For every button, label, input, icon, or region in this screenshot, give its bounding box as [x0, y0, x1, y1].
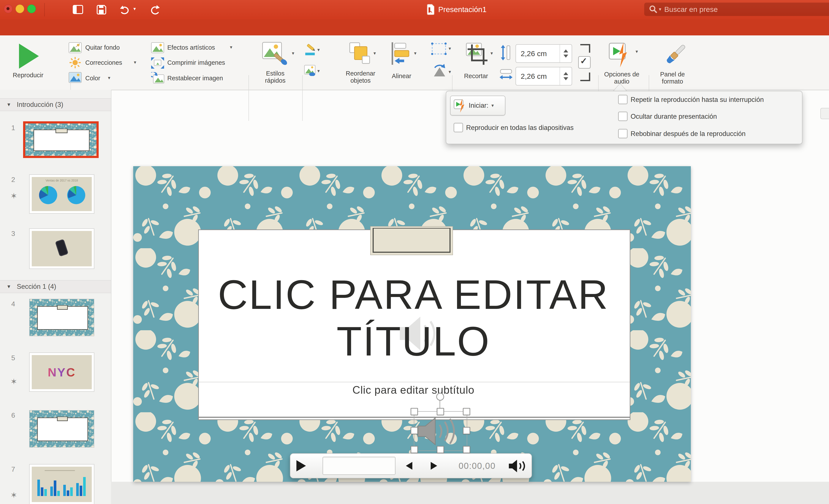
- shape-height-icon[interactable]: [500, 45, 511, 61]
- slide-thumbnail-1[interactable]: [25, 123, 97, 156]
- hide-label[interactable]: Ocultar durante presentación: [630, 113, 717, 120]
- estilos-rapidos-button[interactable]: Estilos rápidos: [256, 70, 295, 84]
- search-scope-caret[interactable]: ▾: [659, 6, 661, 12]
- selection-caret[interactable]: ▾: [448, 46, 451, 51]
- play-icon[interactable]: [19, 44, 39, 69]
- correcciones-icon[interactable]: [69, 57, 81, 69]
- slide-title-text[interactable]: CLIC PARA EDITAR TÍTULO: [216, 256, 611, 380]
- play-all-slides-checkbox[interactable]: [454, 123, 463, 132]
- undo-menu-caret[interactable]: ▾: [134, 6, 136, 12]
- opciones-audio-button[interactable]: Opciones de audio: [601, 71, 642, 85]
- correcciones-caret[interactable]: ▾: [134, 60, 136, 65]
- alinear-button[interactable]: Alinear: [387, 73, 417, 80]
- slide-number: 2: [0, 176, 15, 184]
- border-color-caret[interactable]: ▾: [317, 47, 320, 53]
- reordenar-objetos-icon[interactable]: [349, 42, 371, 64]
- resize-handle-ne[interactable]: [463, 408, 470, 415]
- minimize-window-button[interactable]: [15, 4, 24, 13]
- reordenar-caret[interactable]: ▾: [373, 50, 376, 56]
- slide-thumbnail-3[interactable]: [29, 228, 94, 269]
- right-edge-panel-handle[interactable]: [820, 108, 829, 119]
- loop-label[interactable]: Repetir la reproducción hasta su interru…: [630, 96, 764, 104]
- player-scrubber-track[interactable]: [323, 457, 396, 475]
- panel-formato-icon[interactable]: [662, 41, 688, 67]
- resize-handle-n[interactable]: [437, 408, 444, 415]
- play-all-slides-label[interactable]: Reproducir en todas las diapositivas: [466, 124, 574, 132]
- player-volume-icon[interactable]: [508, 459, 528, 474]
- loop-checkbox[interactable]: [618, 95, 627, 104]
- audio-object-icon[interactable]: [416, 414, 465, 448]
- player-forward-button[interactable]: [431, 462, 437, 470]
- rewind-checkbox[interactable]: [618, 129, 627, 138]
- picture-effects-icon[interactable]: [304, 65, 316, 76]
- resize-handle-sw[interactable]: [410, 446, 418, 453]
- estilos-rapidos-icon[interactable]: [262, 41, 290, 67]
- section-header-seccion-1[interactable]: ▼ Sección 1 (4): [0, 280, 111, 293]
- comprimir-imagenes-button[interactable]: Comprimir imágenes: [167, 59, 225, 66]
- picture-effects-caret[interactable]: ▾: [317, 68, 320, 74]
- zoom-window-button[interactable]: [27, 4, 36, 13]
- efectos-artisticos-button[interactable]: Efectos artísticos: [167, 44, 215, 51]
- restablecer-imagen-icon[interactable]: [151, 72, 165, 84]
- resize-handle-se[interactable]: [463, 446, 470, 453]
- hide-checkbox[interactable]: [618, 112, 627, 121]
- comprimir-imagenes-icon[interactable]: [151, 57, 165, 69]
- section-header-introduccion[interactable]: ▼ Introducción (3): [0, 98, 111, 111]
- shape-height-stepper[interactable]: [560, 45, 572, 62]
- popup-callout-arrow: [613, 84, 627, 92]
- rotate-icon[interactable]: [431, 63, 447, 78]
- iniciar-dropdown[interactable]: Iniciar: ▾: [450, 96, 505, 115]
- color-button[interactable]: Color: [85, 75, 100, 82]
- quitar-fondo-button[interactable]: Quitar fondo: [85, 44, 120, 51]
- slide-thumbnail-7[interactable]: [29, 464, 94, 504]
- shape-height-field[interactable]: 2,26 cm: [515, 44, 572, 63]
- selection-marquee-icon[interactable]: [431, 42, 447, 56]
- quitar-fondo-icon[interactable]: [69, 42, 82, 53]
- correcciones-button[interactable]: Correcciones: [85, 59, 122, 66]
- slide-thumbnail-2[interactable]: Ventas de 2017 vs 2018: [29, 174, 94, 214]
- toggle-ribbon-icon[interactable]: [73, 5, 84, 15]
- alinear-icon[interactable]: [391, 42, 412, 65]
- opciones-audio-caret[interactable]: ▾: [636, 49, 638, 55]
- alinear-caret[interactable]: ▾: [414, 50, 417, 56]
- reproducir-button[interactable]: Reproducir: [2, 72, 54, 79]
- redo-icon[interactable]: [149, 5, 160, 15]
- player-play-button[interactable]: [296, 460, 306, 471]
- search-field[interactable]: ▾ Buscar en prese: [644, 3, 829, 16]
- restablecer-imagen-button[interactable]: Restablecer imagen: [167, 75, 223, 82]
- slide-thumbnail-6[interactable]: [29, 410, 94, 448]
- undo-icon[interactable]: [119, 5, 132, 15]
- close-window-button[interactable]: [4, 4, 12, 13]
- efectos-artisticos-caret[interactable]: ▾: [230, 44, 232, 50]
- player-time: 00:00,00: [450, 461, 504, 471]
- recortar-caret[interactable]: ▾: [491, 50, 493, 56]
- section-collapse-icon[interactable]: ▼: [6, 284, 11, 289]
- panel-formato-button[interactable]: Panel de formato: [652, 71, 693, 85]
- resize-handle-s[interactable]: [437, 446, 444, 453]
- efectos-artisticos-icon[interactable]: [151, 42, 164, 53]
- color-icon[interactable]: [69, 72, 82, 83]
- slide-thumbnail-5[interactable]: NYC: [29, 353, 94, 392]
- resize-handle-nw[interactable]: [410, 408, 418, 415]
- save-icon[interactable]: [96, 5, 107, 15]
- resize-handle-w[interactable]: [410, 427, 418, 434]
- recortar-button[interactable]: Recortar: [460, 73, 492, 80]
- shape-width-field[interactable]: 2,26 cm: [515, 67, 572, 85]
- color-caret[interactable]: ▾: [108, 75, 110, 81]
- lock-aspect-checkbox[interactable]: ✓: [578, 56, 591, 69]
- border-color-icon[interactable]: [304, 44, 316, 56]
- rotate-caret[interactable]: ▾: [448, 69, 451, 75]
- shape-width-icon[interactable]: [499, 68, 513, 81]
- slide-subtitle-text[interactable]: Clic para editar subtítulo: [216, 384, 611, 396]
- opciones-audio-icon[interactable]: [608, 41, 634, 68]
- estilos-rapidos-caret[interactable]: ▾: [292, 50, 294, 56]
- rotation-handle[interactable]: [436, 393, 444, 401]
- player-back-button[interactable]: [406, 462, 412, 470]
- recortar-icon[interactable]: [465, 41, 488, 65]
- rewind-label[interactable]: Rebobinar después de la reproducción: [630, 130, 746, 138]
- resize-handle-e[interactable]: [463, 427, 470, 434]
- slide-thumbnail-4[interactable]: [29, 299, 94, 336]
- reordenar-objetos-button[interactable]: Reordenar objetos: [339, 70, 382, 84]
- shape-width-stepper[interactable]: [560, 67, 572, 85]
- section-collapse-icon[interactable]: ▼: [6, 102, 11, 107]
